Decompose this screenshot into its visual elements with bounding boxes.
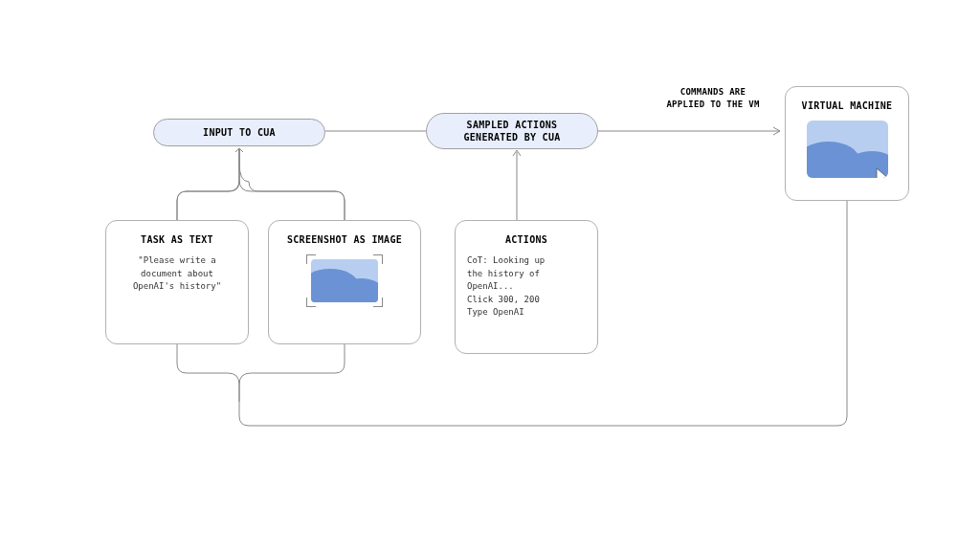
task-body: "Please write a document about OpenAI's … <box>118 254 236 294</box>
vm-title: VIRTUAL MACHINE <box>797 100 897 111</box>
brace-inputs-bottom <box>105 344 421 402</box>
box-actions: ACTIONS CoT: Looking up the history of O… <box>455 220 598 354</box>
actions-title: ACTIONS <box>467 234 586 245</box>
arrow-sampled-to-vm <box>598 126 790 136</box>
box-virtual-machine: VIRTUAL MACHINE <box>785 86 909 201</box>
task-title: TASK AS TEXT <box>118 234 236 245</box>
screenshot-icon <box>306 254 383 307</box>
screenshot-title: SCREENSHOT AS IMAGE <box>280 234 409 245</box>
box-screenshot: SCREENSHOT AS IMAGE <box>268 220 421 344</box>
pill-sampled-label: SAMPLED ACTIONS GENERATED BY CUA <box>463 120 560 143</box>
arrow-actions-to-sampled <box>507 148 526 220</box>
brace-inputs <box>105 148 421 220</box>
pill-input-to-cua: INPUT TO CUA <box>153 119 325 146</box>
pill-sampled-actions: SAMPLED ACTIONS GENERATED BY CUA <box>426 113 598 149</box>
actions-body: CoT: Looking up the history of OpenAI...… <box>467 254 586 320</box>
arrow-input-to-sampled <box>325 126 431 136</box>
vm-screenshot-icon <box>807 121 888 178</box>
box-task-as-text: TASK AS TEXT "Please write a document ab… <box>105 220 249 344</box>
label-commands: COMMANDS ARE APPLIED TO THE VM <box>641 86 785 110</box>
pill-input-label: INPUT TO CUA <box>203 127 276 138</box>
